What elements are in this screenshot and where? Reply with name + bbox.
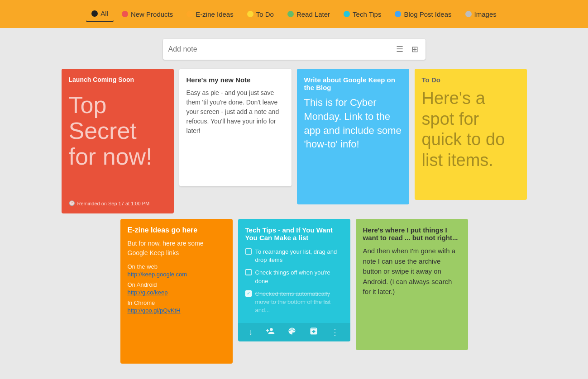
read-later-dot (287, 11, 294, 17)
more-options-icon[interactable]: ⋮ (331, 327, 339, 337)
nav-label-all: All (100, 9, 108, 17)
images-dot (465, 11, 472, 17)
search-bar: ☰ ⊞ (163, 39, 425, 60)
checklist-text-1: To rearrange your list, drag and drop it… (255, 248, 343, 264)
card1-title: Launch Coming Soon (69, 76, 167, 83)
card5-link-2[interactable]: http://g.co/keep (128, 289, 225, 296)
card1-reminder: 🕐 Reminded on Sep 17 at 1:00 PM (69, 200, 167, 206)
collaborator-icon[interactable] (266, 327, 275, 338)
nav-label-blog-post-ideas: Blog Post Ideas (404, 10, 451, 18)
blog-post-dot (395, 11, 401, 17)
top-navigation: All New Products E-zine Ideas To Do Read… (0, 0, 588, 28)
note-card-todo: To Do Here's a spot for quick to do list… (415, 69, 527, 200)
card5-title: E-zine Ideas go here (128, 226, 225, 234)
nav-item-to-do[interactable]: To Do (242, 7, 279, 22)
color-palette-icon[interactable] (287, 327, 296, 338)
nav-label-images: Images (474, 10, 497, 18)
card6-footer: ↓ ⋮ (238, 323, 350, 341)
note-card-launch: Launch Coming Soon Top Secret for now! 🕐… (62, 69, 174, 213)
nav-item-all[interactable]: All (86, 6, 114, 22)
card3-body: This is for Cyber Monday. Link to the ap… (304, 96, 402, 152)
checklist-item-2: Check things off when you're done (245, 269, 343, 285)
note-card-tech-tips: Tech Tips - and If You Want You Can Make… (238, 219, 350, 341)
card5-link-1[interactable]: http://keep.google.com (128, 271, 225, 278)
card4-title: To Do (422, 76, 520, 84)
card3-title: Write about Google Keep on the Blog (304, 76, 402, 91)
archive-icon[interactable]: ↓ (249, 327, 253, 337)
nav-label-tech-tips: Tech Tips (353, 10, 381, 18)
note-card-ezine: E-zine Ideas go here But for now, here a… (120, 219, 233, 364)
tech-tips-dot (344, 11, 350, 17)
checklist-item-3: Checked items automatically move to the … (245, 290, 343, 315)
e-zine-dot (186, 11, 193, 17)
card4-body: Here's a spot for quick to do list items… (422, 88, 520, 171)
nav-item-new-products[interactable]: New Products (116, 7, 178, 22)
list-view-icon[interactable]: ☰ (394, 43, 405, 56)
checklist-text-2: Check things off when you're done (255, 269, 343, 285)
card5-link-label-1: On the web (128, 263, 225, 270)
card5-links: On the web http://keep.google.com On And… (128, 263, 225, 314)
all-dot (91, 10, 98, 17)
search-bar-wrapper: ☰ ⊞ (0, 39, 588, 60)
add-note-input[interactable] (168, 45, 394, 53)
notes-grid: Launch Coming Soon Top Secret for now! 🕐… (0, 69, 588, 377)
card5-link-label-2: On Android (128, 281, 225, 288)
card7-title: Here's where I put things I want to read… (363, 226, 461, 242)
nav-item-e-zine-ideas[interactable]: E-zine Ideas (181, 7, 239, 22)
archive-box-icon[interactable] (309, 327, 318, 338)
note-card-google-keep: Write about Google Keep on the Blog This… (297, 69, 409, 204)
to-do-dot (247, 11, 253, 17)
card2-title: Here's my new Note (186, 76, 284, 84)
nav-item-tech-tips[interactable]: Tech Tips (338, 7, 387, 22)
nav-label-to-do: To Do (256, 10, 274, 18)
nav-label-new-products: New Products (131, 10, 173, 18)
checkbox-3[interactable] (245, 290, 252, 297)
note-card-read-later: Here's where I put things I want to read… (356, 219, 468, 350)
checkbox-2[interactable] (245, 269, 252, 275)
note-card-new-note: Here's my new Note Easy as pie - and you… (179, 69, 292, 186)
nav-item-read-later[interactable]: Read Later (282, 7, 335, 22)
reminder-clock-icon: 🕐 (69, 200, 75, 206)
card7-body: And then when I'm gone with a note I can… (363, 246, 461, 297)
nav-label-read-later: Read Later (296, 10, 330, 18)
checklist-item-1: To rearrange your list, drag and drop it… (245, 248, 343, 264)
card1-big-text: Top Secret for now! (69, 92, 167, 195)
grid-view-icon[interactable]: ⊞ (410, 43, 420, 56)
nav-label-e-zine: E-zine Ideas (196, 10, 233, 18)
checklist-text-3: Checked items automatically move to the … (255, 290, 343, 315)
card5-intro: But for now, here are some Google Keep l… (128, 239, 225, 258)
search-bar-icons: ☰ ⊞ (394, 43, 420, 56)
card5-link-label-3: In Chrome (128, 299, 225, 306)
card6-title: Tech Tips - and If You Want You Can Make… (245, 226, 343, 242)
nav-item-blog-post-ideas[interactable]: Blog Post Ideas (389, 7, 457, 22)
card5-link-3[interactable]: http://goo.gl/pQvKtH (128, 307, 225, 314)
card2-body: Easy as pie - and you just save them 'ti… (186, 88, 284, 136)
checkbox-1[interactable] (245, 248, 252, 255)
nav-item-images[interactable]: Images (460, 7, 502, 22)
new-products-dot (122, 11, 128, 17)
